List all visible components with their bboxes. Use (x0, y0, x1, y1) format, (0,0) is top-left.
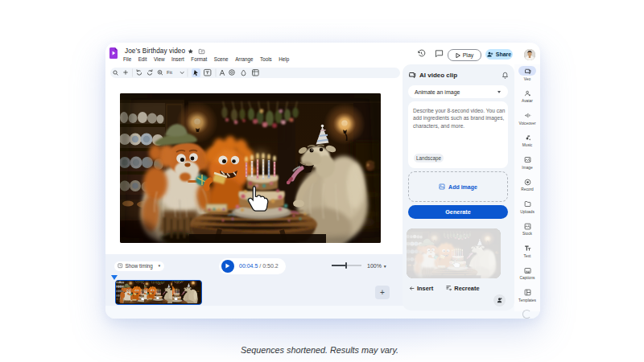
svg-text:Fit: Fit (167, 69, 172, 75)
